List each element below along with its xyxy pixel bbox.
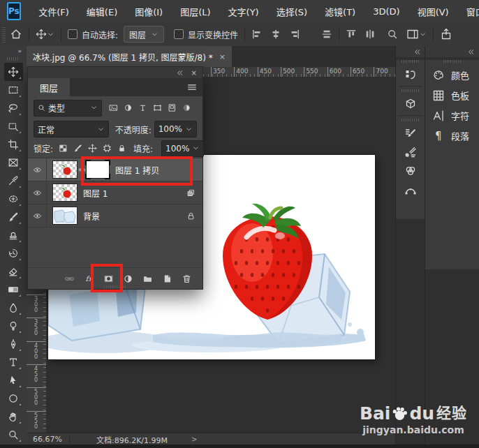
menu-item-edit[interactable]: 编辑(E): [78, 5, 126, 18]
collapse-dock-icon[interactable]: [413, 48, 421, 56]
adjustment-layer-icon[interactable]: [123, 274, 133, 284]
distribute-vertical-icon[interactable]: [364, 29, 376, 40]
distribute-centers-icon[interactable]: [321, 29, 332, 40]
chevron-down-icon[interactable]: [419, 31, 427, 38]
tool-healing-brush[interactable]: [4, 190, 23, 208]
tool-path-selection[interactable]: [4, 371, 23, 389]
tool-frame[interactable]: [4, 154, 23, 172]
menu-item-file[interactable]: 文件(F): [30, 5, 78, 18]
tab-layers[interactable]: 图层: [28, 78, 70, 96]
home-icon[interactable]: [10, 28, 22, 40]
layer-thumbnail[interactable]: [52, 184, 78, 202]
menu-item-view[interactable]: 视图(V): [408, 5, 457, 18]
auto-select-checkbox[interactable]: [68, 29, 78, 39]
shape-layer-filter-icon[interactable]: [153, 103, 162, 112]
tool-clone-stamp[interactable]: [4, 226, 23, 244]
color-harmony-icon[interactable]: [396, 161, 425, 180]
visibility-toggle[interactable]: [28, 204, 47, 227]
tool-history-brush[interactable]: [4, 244, 23, 262]
layer-mask-thumbnail[interactable]: [86, 160, 110, 179]
lock-position-icon[interactable]: [88, 144, 97, 153]
paths-icon[interactable]: [396, 180, 425, 199]
layer-thumbnail[interactable]: [52, 207, 78, 225]
workspace-icon[interactable]: [406, 28, 419, 40]
brushes-icon[interactable]: [396, 142, 425, 161]
auto-select-dropdown[interactable]: 图层: [124, 26, 164, 43]
opacity-dropdown[interactable]: 100%: [154, 121, 197, 137]
show-transform-checkbox[interactable]: [174, 29, 184, 39]
filter-kind-dropdown[interactable]: 类型: [34, 100, 102, 117]
lock-all-icon[interactable]: [117, 144, 126, 153]
group-layers-icon[interactable]: [142, 274, 153, 284]
visibility-toggle[interactable]: [28, 158, 47, 181]
tool-ellipse[interactable]: [4, 389, 23, 408]
tool-hand[interactable]: [4, 408, 23, 426]
align-right-icon[interactable]: [289, 29, 300, 40]
tool-lasso[interactable]: [4, 99, 23, 117]
collapse-dock-icon[interactable]: [467, 48, 475, 56]
tool-zoom[interactable]: [4, 426, 23, 444]
adjustment-layer-filter-icon[interactable]: [124, 103, 133, 112]
menu-item-filter[interactable]: 滤镜(T): [316, 5, 364, 18]
tool-dodge[interactable]: [4, 317, 23, 335]
status-expand-icon[interactable]: >: [191, 435, 197, 443]
current-tool-move-icon[interactable]: [36, 29, 47, 40]
history-icon[interactable]: [396, 65, 425, 84]
tool-pen[interactable]: [4, 335, 23, 353]
lock-artboard-icon[interactable]: [103, 144, 112, 153]
3d-icon[interactable]: [396, 94, 425, 113]
panel-resize-grip[interactable]: [104, 285, 126, 288]
align-center-icon[interactable]: [270, 29, 281, 40]
tool-eyedropper[interactable]: [4, 172, 23, 190]
search-icon[interactable]: [387, 29, 398, 40]
menu-item-window[interactable]: 窗口(W): [457, 5, 479, 18]
zoom-level-field[interactable]: 66.67%: [33, 435, 62, 444]
layer-style-icon[interactable]: fx: [84, 274, 94, 284]
tool-brush[interactable]: [4, 208, 23, 226]
align-top-icon[interactable]: [346, 29, 357, 40]
tool-object-selection[interactable]: [4, 117, 23, 135]
document-tab[interactable]: 冰块.jpg @ 66.7% (图层 1 拷贝, 图层蒙版/8) * ×: [27, 46, 232, 67]
tool-move[interactable]: [4, 63, 23, 81]
panel-button-颜色[interactable]: 颜色: [425, 65, 479, 85]
panel-button-色板[interactable]: 色板: [425, 85, 479, 105]
share-icon[interactable]: [440, 28, 452, 40]
smart-object-filter-icon[interactable]: [168, 103, 177, 112]
layer-thumbnail[interactable]: [52, 160, 78, 179]
tool-type[interactable]: [4, 353, 23, 371]
delete-layer-icon[interactable]: [182, 274, 192, 284]
tool-marquee[interactable]: [4, 81, 23, 99]
close-panel-icon[interactable]: ×: [191, 69, 197, 77]
layer-row-1[interactable]: 图层 1: [28, 181, 202, 204]
panel-menu-icon[interactable]: [186, 82, 198, 93]
fill-dropdown[interactable]: 100%: [161, 140, 204, 157]
menu-item-image[interactable]: 图像(I): [126, 5, 172, 18]
visibility-toggle[interactable]: [28, 181, 47, 204]
align-left-icon[interactable]: [251, 29, 263, 40]
collapse-panel-icon[interactable]: [176, 69, 184, 77]
link-layers-icon[interactable]: [64, 274, 75, 284]
lock-transparency-icon[interactable]: [59, 144, 68, 153]
chevron-down-icon[interactable]: [47, 31, 54, 38]
layer-row-copy[interactable]: 图层 1 拷贝: [28, 158, 202, 181]
expand-toolbar-button[interactable]: »: [17, 46, 27, 57]
blend-mode-dropdown[interactable]: 正常: [34, 121, 109, 137]
tab-close-icon[interactable]: ×: [219, 52, 226, 61]
photoshop-logo[interactable]: Ps: [7, 2, 21, 20]
add-mask-icon[interactable]: [103, 274, 114, 284]
tool-gradient[interactable]: [4, 281, 23, 299]
panel-button-字符[interactable]: 字符: [425, 105, 479, 126]
brush-settings-icon[interactable]: [396, 124, 425, 142]
menu-item-layer[interactable]: 图层(L): [172, 5, 219, 18]
layer-row-background[interactable]: 背景: [28, 204, 202, 227]
tool-crop[interactable]: [4, 135, 23, 154]
lock-paint-icon[interactable]: [73, 144, 82, 153]
pixel-layer-filter-icon[interactable]: [109, 103, 118, 112]
type-layer-filter-icon[interactable]: [138, 103, 147, 112]
tool-eraser[interactable]: [4, 262, 23, 281]
tool-blur[interactable]: [4, 299, 23, 317]
panel-button-段落[interactable]: ¶段落: [425, 126, 479, 146]
new-layer-icon[interactable]: [162, 274, 172, 284]
menu-item-type[interactable]: 文字(Y): [219, 5, 267, 18]
filter-toggle-icon[interactable]: [182, 103, 191, 112]
